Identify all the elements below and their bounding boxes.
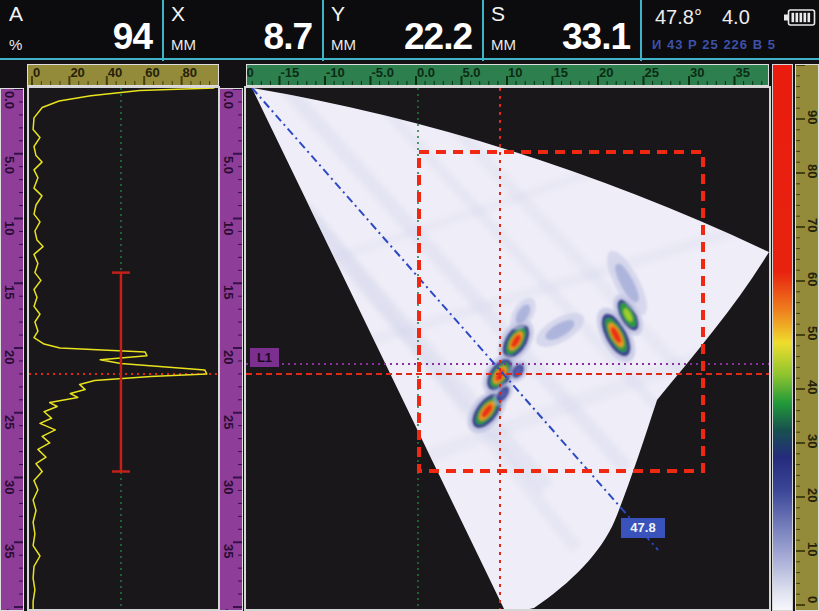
ruler-tick-label: 0.0 xyxy=(222,91,235,109)
ruler-tick-label: 0.0 xyxy=(417,66,435,79)
ruler-tick-label: 0 xyxy=(33,66,40,79)
ruler-tick-label: 90 xyxy=(806,110,819,124)
ruler-tick-label: 80 xyxy=(183,66,197,79)
ascan-depth-ruler: 0.05.010152025303540 xyxy=(0,88,24,611)
ruler-tick-label: 50 xyxy=(806,326,819,340)
ruler-tick-label: 10 xyxy=(508,66,522,79)
ruler-tick-label: 10 xyxy=(222,221,235,235)
amplitude-colorbar xyxy=(772,64,793,611)
ruler-tick-label: 20 xyxy=(806,488,819,502)
ruler-tick-label: 20 xyxy=(70,66,84,79)
ascan-gate xyxy=(112,273,130,472)
ruler-tick-label: 0.0 xyxy=(3,91,16,109)
ruler-tick-label: 5.0 xyxy=(222,156,235,174)
reading-label: A xyxy=(9,2,23,26)
ruler-tick-label: 20 xyxy=(599,66,613,79)
ruler-tick-label: -20 xyxy=(246,66,254,79)
reading-cell-a[interactable]: A % 94 xyxy=(0,0,162,58)
ruler-tick-label: -10 xyxy=(326,66,345,79)
ruler-tick-label: 25 xyxy=(3,415,16,429)
ruler-tick-label: 35 xyxy=(736,66,750,79)
ruler-tick-label: 70 xyxy=(806,218,819,232)
header-divider xyxy=(0,58,819,60)
flaw-detector-screen: A % 94 X MM 8.7 Y MM 22.2 S MM 33.1 47.8… xyxy=(0,0,819,611)
reading-unit: MM xyxy=(331,36,356,53)
measurement-bar: A % 94 X MM 8.7 Y MM 22.2 S MM 33.1 47.8… xyxy=(0,0,819,58)
ruler-tick-label: 20 xyxy=(3,350,16,364)
ruler-tick-label: 20 xyxy=(222,350,235,364)
amplitude-scale-ruler: 9080706050403020100 xyxy=(795,64,819,611)
beam-angle-readout: 47.8° xyxy=(655,6,702,29)
reading-label: Y xyxy=(331,2,345,26)
ascan-viewport[interactable] xyxy=(27,86,220,611)
gain-readout: 4.0 xyxy=(722,6,750,29)
ascan-plot xyxy=(29,88,218,609)
ruler-tick-label: 0 xyxy=(806,596,819,603)
cell-separator xyxy=(162,0,164,61)
sscan-depth-ruler: 0.05.010152025303540 xyxy=(219,88,243,611)
ascan-amplitude-ruler: 020406080 xyxy=(27,64,219,86)
ruler-tick-label: 30 xyxy=(690,66,704,79)
ruler-tick-label: 40 xyxy=(108,66,122,79)
ruler-tick-label: 30 xyxy=(806,434,819,448)
cell-separator xyxy=(482,0,484,61)
reading-unit: MM xyxy=(491,36,516,53)
ruler-tick-label: 80 xyxy=(806,164,819,178)
cell-separator xyxy=(322,0,324,61)
status-line: И 43 Р 25 226 В 5 xyxy=(652,37,776,52)
reading-value: 22.2 xyxy=(404,16,472,58)
ruler-tick-label: 35 xyxy=(3,544,16,558)
ruler-tick-label: 30 xyxy=(3,480,16,494)
ruler-tick-label: 60 xyxy=(806,272,819,286)
reading-value: 8.7 xyxy=(264,16,312,58)
reading-label: X xyxy=(171,2,185,26)
ruler-tick-label: -15 xyxy=(281,66,300,79)
ruler-tick-label: 10 xyxy=(3,221,16,235)
battery-icon xyxy=(784,9,816,26)
beam-angle-tag[interactable]: 47.8 xyxy=(621,518,665,538)
ruler-tick-label: 10 xyxy=(806,542,819,556)
ascan-trace xyxy=(33,88,214,609)
ruler-tick-label: 25 xyxy=(222,415,235,429)
reading-value: 33.1 xyxy=(562,16,630,58)
reading-unit: % xyxy=(9,36,22,53)
gate-l1-tag[interactable]: L1 xyxy=(250,348,279,367)
sscan-viewport[interactable] xyxy=(244,86,771,611)
ruler-tick-label: 35 xyxy=(222,544,235,558)
reading-label: S xyxy=(491,2,505,26)
ruler-tick-label: 5.0 xyxy=(3,156,16,174)
ruler-tick-label: 15 xyxy=(554,66,568,79)
sscan-plot xyxy=(246,88,769,611)
ruler-tick-label: 30 xyxy=(222,480,235,494)
sscan-position-ruler: -20-15-10-5.00.05.0101520253035 xyxy=(246,64,769,86)
reading-value: 94 xyxy=(113,16,152,58)
ruler-tick-label: 15 xyxy=(222,285,235,299)
ruler-tick-label: -5.0 xyxy=(372,66,394,79)
reading-cell-x[interactable]: X MM 8.7 xyxy=(162,0,322,58)
ruler-tick-label: 60 xyxy=(145,66,159,79)
reading-unit: MM xyxy=(171,36,196,53)
cell-separator xyxy=(640,0,642,61)
ruler-tick-label: 40 xyxy=(806,380,819,394)
ruler-tick-label: 25 xyxy=(645,66,659,79)
reading-cell-s[interactable]: S MM 33.1 xyxy=(482,0,640,58)
ruler-tick-label: 15 xyxy=(3,285,16,299)
ruler-tick-label: 5.0 xyxy=(463,66,481,79)
reading-cell-y[interactable]: Y MM 22.2 xyxy=(322,0,482,58)
